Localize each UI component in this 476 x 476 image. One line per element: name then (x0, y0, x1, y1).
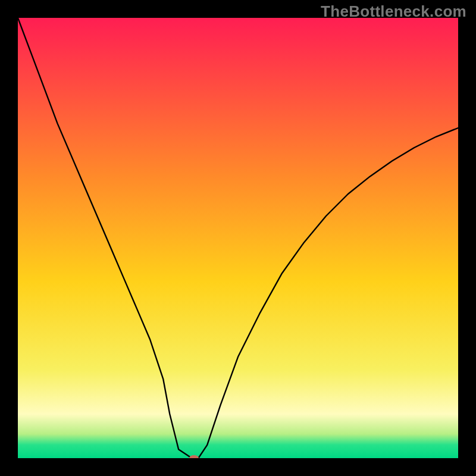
gradient-rect (18, 18, 458, 458)
plot-area (18, 18, 458, 458)
chart-svg (18, 18, 458, 458)
watermark-text: TheBottleneck.com (321, 2, 466, 21)
chart-frame: TheBottleneck.com (0, 0, 476, 476)
